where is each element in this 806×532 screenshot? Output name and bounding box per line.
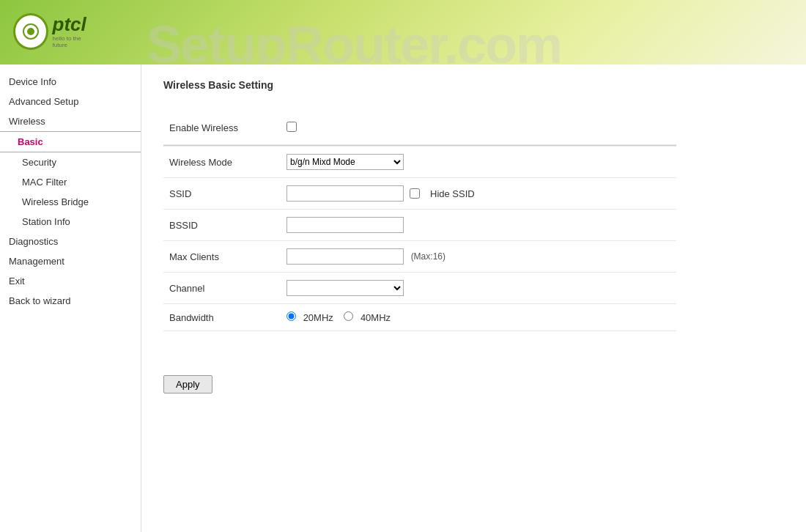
bandwidth-20mhz-radio[interactable] (286, 311, 296, 321)
settings-form: Enable Wireless Wireless Mode b/g/n Mixd… (163, 111, 676, 331)
sidebar: Device Info Advanced Setup Wireless Basi… (0, 64, 141, 532)
bssid-row: BSSID (163, 210, 676, 241)
sidebar-item-station-info[interactable]: Station Info (0, 212, 141, 232)
sidebar-item-management[interactable]: Management (0, 251, 141, 271)
bssid-label: BSSID (163, 210, 281, 241)
max-clients-row: Max Clients (Max:16) (163, 241, 676, 273)
svg-point-1 (27, 28, 34, 35)
main-content: Wireless Basic Setting Enable Wireless W… (141, 64, 806, 532)
wireless-mode-label: Wireless Mode (163, 147, 281, 178)
bandwidth-label: Bandwidth (163, 304, 281, 331)
sidebar-item-back-to-wizard[interactable]: Back to wizard (0, 291, 141, 311)
max-clients-note: (Max:16) (411, 251, 445, 262)
channel-row: Channel (163, 273, 676, 304)
channel-label: Channel (163, 273, 281, 304)
apply-button[interactable]: Apply (163, 375, 212, 394)
sidebar-item-mac-filter[interactable]: MAC Filter (0, 172, 141, 192)
wireless-mode-select[interactable]: b/g/n Mixd Mode b only g only n only (286, 154, 404, 170)
sidebar-item-device-info[interactable]: Device Info (0, 72, 141, 92)
watermark: SetupRouter.com (147, 15, 561, 64)
sidebar-item-exit[interactable]: Exit (0, 271, 141, 291)
sidebar-item-wireless-bridge[interactable]: Wireless Bridge (0, 192, 141, 212)
bandwidth-40mhz-label: 40MHz (361, 312, 391, 323)
ssid-row: SSID Hide SSID (163, 178, 676, 210)
max-clients-label: Max Clients (163, 241, 281, 273)
bandwidth-20mhz-label: 20MHz (303, 312, 333, 323)
layout: Device Info Advanced Setup Wireless Basi… (0, 64, 806, 532)
wireless-mode-row: Wireless Mode b/g/n Mixd Mode b only g o… (163, 147, 676, 178)
bandwidth-40mhz-radio[interactable] (344, 311, 353, 321)
sidebar-item-advanced-setup[interactable]: Advanced Setup (0, 92, 141, 111)
ssid-label: SSID (163, 178, 281, 210)
hide-ssid-label: Hide SSID (430, 188, 475, 199)
sidebar-item-basic[interactable]: Basic (0, 131, 141, 152)
enable-wireless-label: Enable Wireless (163, 111, 281, 145)
logo: ptcl hello to the future (7, 7, 95, 59)
max-clients-input[interactable] (286, 248, 404, 265)
bssid-input[interactable] (286, 217, 404, 233)
logo-text: ptcl (53, 15, 95, 34)
header: ptcl hello to the future SetupRouter.com (0, 0, 806, 64)
enable-wireless-row: Enable Wireless (163, 111, 676, 145)
apply-section: Apply (163, 353, 784, 394)
page-title: Wireless Basic Setting (163, 79, 784, 97)
logo-tagline: hello to the future (53, 35, 95, 48)
bandwidth-row: Bandwidth 20MHz 40MHz (163, 304, 676, 331)
channel-select[interactable] (286, 280, 404, 296)
sidebar-item-security[interactable]: Security (0, 152, 141, 172)
ssid-input[interactable] (286, 185, 404, 202)
hide-ssid-checkbox[interactable] (410, 188, 420, 199)
sidebar-item-wireless[interactable]: Wireless (0, 111, 141, 131)
sidebar-item-diagnostics[interactable]: Diagnostics (0, 232, 141, 251)
enable-wireless-checkbox[interactable] (286, 122, 297, 132)
